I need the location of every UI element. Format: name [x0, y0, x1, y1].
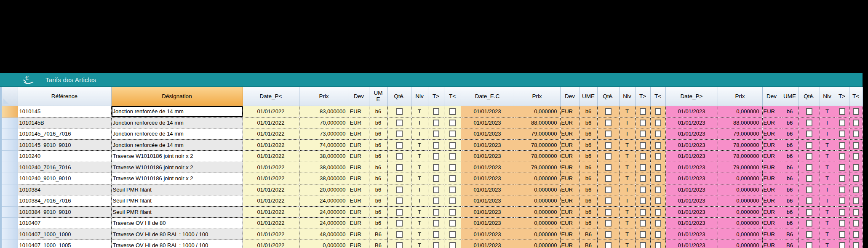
level-cell[interactable]: T [820, 162, 835, 173]
price-cell[interactable]: 24,000000 [299, 206, 349, 218]
qty-checkbox[interactable] [605, 231, 612, 238]
t-gt-checkbox[interactable] [839, 197, 845, 204]
level-cell[interactable]: T [619, 184, 635, 195]
t-lt-checkbox[interactable] [853, 242, 859, 248]
date-cell[interactable]: 01/01/2022 [243, 117, 299, 128]
level-cell[interactable]: T [820, 229, 835, 240]
date-cell[interactable]: 01/01/2022 [243, 173, 299, 184]
qty-checkbox[interactable] [605, 153, 612, 160]
reference-cell[interactable]: 1010145_7016_7016 [18, 128, 111, 140]
t-lt-checkbox[interactable] [853, 153, 859, 160]
t-gt-checkbox[interactable] [839, 108, 845, 115]
qty-checkbox[interactable] [605, 209, 612, 216]
row-marker[interactable] [2, 195, 18, 207]
col-header-qte-1[interactable]: Qté. [387, 87, 411, 106]
date-cell[interactable]: 01/01/2023 [461, 117, 514, 128]
t-gt-checkbox[interactable] [839, 175, 845, 182]
t-lt-checkbox[interactable] [853, 231, 859, 238]
qty-checkbox[interactable] [605, 108, 612, 115]
row-marker[interactable] [2, 117, 18, 128]
level-cell[interactable]: T [820, 195, 835, 207]
currency-cell[interactable]: EUR [349, 240, 369, 248]
currency-cell[interactable]: EUR [762, 184, 781, 195]
t-gt-checkbox[interactable] [839, 120, 845, 126]
t-lt-checkbox[interactable] [449, 153, 456, 160]
col-header-ume-2[interactable]: UME [580, 87, 597, 106]
qty-checkbox[interactable] [605, 120, 612, 126]
t-lt-checkbox[interactable] [449, 242, 456, 248]
unit-cell[interactable]: b6 [580, 173, 597, 184]
t-gt-checkbox[interactable] [640, 197, 646, 204]
price-cell[interactable]: 0,000000 [514, 195, 560, 207]
t-gt-checkbox[interactable] [640, 142, 646, 149]
price-cell[interactable]: 0,000000 [718, 195, 762, 207]
date-cell[interactable]: 01/01/2023 [665, 128, 718, 140]
level-cell[interactable]: T [820, 184, 835, 195]
unit-cell[interactable]: b6 [369, 218, 387, 229]
currency-cell[interactable]: EUR [349, 218, 369, 229]
reference-cell[interactable]: 1010407_1000_1000 [18, 229, 111, 240]
t-lt-checkbox[interactable] [853, 108, 859, 115]
t-gt-checkbox[interactable] [839, 231, 845, 238]
currency-cell[interactable]: EUR [349, 173, 369, 184]
price-cell[interactable]: 0,000000 [514, 218, 560, 229]
level-cell[interactable]: T [411, 117, 428, 128]
col-header-reference[interactable]: Référence [18, 87, 111, 106]
t-gt-checkbox[interactable] [839, 220, 845, 227]
currency-cell[interactable]: EUR [560, 173, 580, 184]
reference-cell[interactable]: 1010407_1000_1005 [18, 240, 111, 248]
qty-checkbox[interactable] [806, 197, 812, 204]
row-marker[interactable] [2, 106, 18, 117]
t-gt-checkbox[interactable] [640, 131, 646, 137]
t-gt-checkbox[interactable] [433, 108, 439, 115]
qty-checkbox[interactable] [396, 209, 403, 216]
level-cell[interactable]: T [820, 173, 835, 184]
qty-checkbox[interactable] [396, 142, 403, 149]
designation-cell[interactable]: Seuil PMR filant [111, 206, 243, 218]
t-lt-checkbox[interactable] [655, 242, 661, 248]
designation-cell[interactable]: Seuil PMR filant [111, 184, 243, 195]
level-cell[interactable]: T [820, 139, 835, 151]
t-lt-checkbox[interactable] [853, 142, 859, 149]
level-cell[interactable]: T [411, 206, 428, 218]
price-cell[interactable]: 0,000000 [514, 206, 560, 218]
unit-cell[interactable]: b6 [369, 117, 387, 128]
currency-cell[interactable]: EUR [762, 139, 781, 151]
unit-cell[interactable]: B6 [580, 240, 597, 248]
date-cell[interactable]: 01/01/2023 [665, 106, 718, 117]
reference-cell[interactable]: 1010145 [18, 106, 111, 117]
col-header-t-gt-1[interactable]: T> [428, 87, 444, 106]
designation-cell[interactable]: Traverse OV HI de 80 [111, 218, 243, 229]
currency-cell[interactable]: EUR [762, 173, 781, 184]
t-gt-checkbox[interactable] [640, 153, 646, 160]
t-gt-checkbox[interactable] [839, 131, 845, 137]
level-cell[interactable]: T [619, 240, 635, 248]
reference-cell[interactable]: 1010240_9010_9010 [18, 173, 111, 184]
t-gt-checkbox[interactable] [433, 175, 439, 182]
price-cell[interactable]: 73,000000 [299, 128, 349, 140]
price-cell[interactable]: 20,000000 [299, 184, 349, 195]
reference-cell[interactable]: 1010145_9010_9010 [18, 139, 111, 151]
t-gt-checkbox[interactable] [433, 197, 439, 204]
price-cell[interactable]: 0,000000 [718, 206, 762, 218]
t-lt-checkbox[interactable] [449, 120, 456, 126]
level-cell[interactable]: T [411, 240, 428, 248]
price-cell[interactable]: 78,000000 [514, 139, 560, 151]
col-header-niv-3[interactable]: Niv [820, 87, 835, 106]
col-header-date-p-inf[interactable]: Date_P< [243, 87, 299, 106]
t-lt-checkbox[interactable] [853, 164, 859, 171]
unit-cell[interactable]: b6 [781, 206, 799, 218]
date-cell[interactable]: 01/01/2022 [243, 162, 299, 173]
t-lt-checkbox[interactable] [449, 131, 456, 137]
qty-checkbox[interactable] [806, 120, 812, 126]
currency-cell[interactable]: EUR [762, 229, 781, 240]
col-header-t-gt-3[interactable]: T> [835, 87, 849, 106]
qty-checkbox[interactable] [806, 209, 812, 216]
qty-checkbox[interactable] [806, 142, 812, 149]
date-cell[interactable]: 01/01/2023 [461, 218, 514, 229]
t-gt-checkbox[interactable] [433, 164, 439, 171]
unit-cell[interactable]: B6 [369, 240, 387, 248]
date-cell[interactable]: 01/01/2023 [461, 206, 514, 218]
t-lt-checkbox[interactable] [853, 209, 859, 216]
currency-cell[interactable]: EUR [762, 240, 781, 248]
